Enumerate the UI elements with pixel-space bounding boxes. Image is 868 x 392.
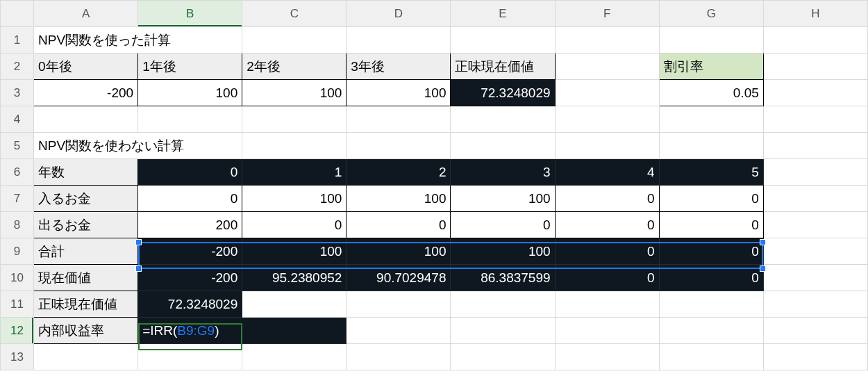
cell-D4[interactable] [347, 106, 451, 133]
cell-A12[interactable]: 内部収益率 [34, 318, 138, 344]
cell-G10[interactable]: 0 [659, 265, 763, 291]
cell-A1[interactable]: NPV関数を使った計算 [34, 27, 242, 54]
cell-F9[interactable]: 0 [555, 238, 659, 265]
cell-D11[interactable] [347, 291, 451, 318]
cell-D5[interactable] [347, 133, 451, 159]
cell-F4[interactable] [555, 106, 659, 133]
cell-B6[interactable]: 0 [138, 159, 242, 186]
cell-E13[interactable] [451, 344, 555, 370]
cell-G1[interactable] [659, 27, 763, 54]
cell-H3[interactable] [763, 80, 867, 106]
cell-D1[interactable] [347, 27, 451, 54]
cell-E4[interactable] [451, 106, 555, 133]
cell-F2[interactable] [555, 54, 659, 80]
cell-E7[interactable]: 100 [451, 186, 555, 212]
cell-H8[interactable] [763, 212, 867, 238]
cell-D7[interactable]: 100 [347, 186, 451, 212]
cell-A11[interactable]: 正味現在価値 [34, 291, 138, 318]
cell-F7[interactable]: 0 [555, 186, 659, 212]
cell-G3[interactable]: 0.05 [659, 80, 763, 106]
cell-A13[interactable] [34, 344, 138, 370]
cell-G9[interactable]: 0 [659, 238, 763, 265]
cell-A8[interactable]: 出るお金 [34, 212, 138, 238]
cell-E1[interactable] [451, 27, 555, 54]
row-header-12[interactable]: 12 [1, 318, 34, 344]
col-header-D[interactable]: D [347, 1, 451, 27]
range-handle-bottom-left[interactable] [135, 266, 142, 272]
cell-E11[interactable] [451, 291, 555, 318]
cell-C1[interactable] [242, 27, 347, 54]
cell-D3[interactable]: 100 [347, 80, 451, 106]
cell-B3[interactable]: 100 [138, 80, 242, 106]
cell-A3[interactable]: -200 [34, 80, 138, 106]
cell-E8[interactable]: 0 [451, 212, 555, 238]
row-header-2[interactable]: 2 [1, 54, 34, 80]
cell-B7[interactable]: 0 [138, 186, 242, 212]
cell-C11[interactable] [242, 291, 347, 318]
cell-G4[interactable] [659, 106, 763, 133]
row-header-4[interactable]: 4 [1, 106, 34, 133]
row-header-7[interactable]: 7 [1, 186, 34, 212]
cell-F10[interactable]: 0 [555, 265, 659, 291]
cell-G11[interactable] [659, 291, 763, 318]
cell-H11[interactable] [763, 291, 867, 318]
cell-H9[interactable] [763, 238, 867, 265]
col-header-B[interactable]: B [138, 1, 242, 27]
cell-G5[interactable] [659, 133, 763, 159]
cell-E3[interactable]: 72.3248029 [451, 80, 555, 106]
cell-G2[interactable]: 割引率 [659, 54, 763, 80]
cell-B13[interactable] [138, 344, 242, 370]
cell-H5[interactable] [763, 133, 867, 159]
col-header-C[interactable]: C [242, 1, 347, 27]
col-header-G[interactable]: G [659, 1, 763, 27]
col-header-F[interactable]: F [555, 1, 659, 27]
cell-C8[interactable]: 0 [242, 212, 347, 238]
cell-B12-editing[interactable]: =IRR(B9:G9) [138, 318, 347, 344]
row-header-8[interactable]: 8 [1, 212, 34, 238]
cell-E5[interactable] [451, 133, 555, 159]
cell-A7[interactable]: 入るお金 [34, 186, 138, 212]
cell-E2[interactable]: 正味現在価値 [451, 54, 555, 80]
row-header-3[interactable]: 3 [1, 80, 34, 106]
cell-H1[interactable] [763, 27, 867, 54]
cell-D12[interactable] [347, 318, 451, 344]
cell-B2[interactable]: 1年後 [138, 54, 242, 80]
row-header-10[interactable]: 10 [1, 265, 34, 291]
cell-A9[interactable]: 合計 [34, 238, 138, 265]
cell-C2[interactable]: 2年後 [242, 54, 347, 80]
cell-D6[interactable]: 2 [347, 159, 451, 186]
cell-H10[interactable] [763, 265, 867, 291]
spreadsheet-grid[interactable]: A B C D E F G H 1 NPV関数を使った計算 2 0年後 1年後 … [0, 0, 868, 370]
cell-C4[interactable] [242, 106, 347, 133]
cell-H12[interactable] [763, 318, 867, 344]
cell-E6[interactable]: 3 [451, 159, 555, 186]
cell-C10[interactable]: 95.2380952 [242, 265, 347, 291]
cell-A6[interactable]: 年数 [34, 159, 138, 186]
col-header-E[interactable]: E [451, 1, 555, 27]
cell-H4[interactable] [763, 106, 867, 133]
cell-D10[interactable]: 90.7029478 [347, 265, 451, 291]
cell-H13[interactable] [763, 344, 867, 370]
cell-F12[interactable] [555, 318, 659, 344]
cell-C3[interactable]: 100 [242, 80, 347, 106]
cell-H6[interactable] [763, 159, 867, 186]
cell-G7[interactable]: 0 [659, 186, 763, 212]
cell-F3[interactable] [555, 80, 659, 106]
cell-D2[interactable]: 3年後 [347, 54, 451, 80]
cell-D9[interactable]: 100 [347, 238, 451, 265]
cell-F8[interactable]: 0 [555, 212, 659, 238]
cell-G8[interactable]: 0 [659, 212, 763, 238]
cell-A4[interactable] [34, 106, 138, 133]
cell-F1[interactable] [555, 27, 659, 54]
row-header-6[interactable]: 6 [1, 159, 34, 186]
row-header-5[interactable]: 5 [1, 133, 34, 159]
cell-D13[interactable] [347, 344, 451, 370]
range-handle-top-left[interactable] [135, 239, 142, 245]
cell-C6[interactable]: 1 [242, 159, 347, 186]
cell-C13[interactable] [242, 344, 347, 370]
col-header-A[interactable]: A [34, 1, 138, 27]
row-header-13[interactable]: 13 [1, 344, 34, 370]
cell-G6[interactable]: 5 [659, 159, 763, 186]
cell-E9[interactable]: 100 [451, 238, 555, 265]
cell-H7[interactable] [763, 186, 867, 212]
